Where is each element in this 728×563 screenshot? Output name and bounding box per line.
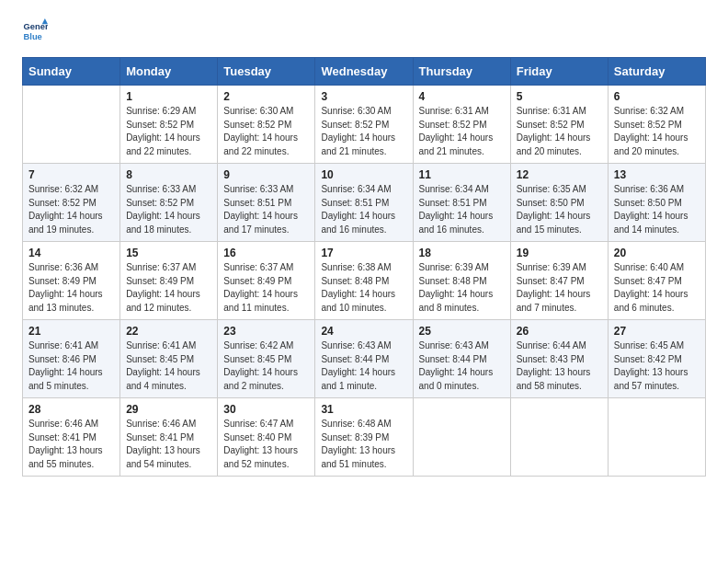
- calendar-cell: 20Sunrise: 6:40 AM Sunset: 8:47 PM Dayli…: [608, 242, 705, 320]
- calendar-week-1: 1Sunrise: 6:29 AM Sunset: 8:52 PM Daylig…: [23, 86, 706, 164]
- calendar-cell: 10Sunrise: 6:34 AM Sunset: 8:51 PM Dayli…: [315, 164, 413, 242]
- day-number: 23: [223, 325, 309, 338]
- calendar-cell: 12Sunrise: 6:35 AM Sunset: 8:50 PM Dayli…: [510, 164, 608, 242]
- day-number: 26: [517, 325, 602, 338]
- calendar-cell: 22Sunrise: 6:41 AM Sunset: 8:45 PM Dayli…: [120, 320, 218, 398]
- day-number: 5: [517, 90, 602, 103]
- col-header-monday: Monday: [120, 58, 218, 86]
- day-info: Sunrise: 6:29 AM Sunset: 8:52 PM Dayligh…: [126, 105, 211, 158]
- day-info: Sunrise: 6:46 AM Sunset: 8:41 PM Dayligh…: [126, 418, 211, 471]
- calendar-cell: 17Sunrise: 6:38 AM Sunset: 8:48 PM Dayli…: [315, 242, 413, 320]
- day-number: 10: [321, 168, 406, 181]
- calendar-cell: 9Sunrise: 6:33 AM Sunset: 8:51 PM Daylig…: [218, 164, 315, 242]
- calendar-cell: 14Sunrise: 6:36 AM Sunset: 8:49 PM Dayli…: [23, 242, 120, 320]
- calendar-week-4: 21Sunrise: 6:41 AM Sunset: 8:46 PM Dayli…: [23, 320, 706, 398]
- calendar-cell: 15Sunrise: 6:37 AM Sunset: 8:49 PM Dayli…: [120, 242, 218, 320]
- day-number: 7: [28, 168, 114, 181]
- day-info: Sunrise: 6:32 AM Sunset: 8:52 PM Dayligh…: [614, 105, 700, 158]
- day-number: 14: [28, 247, 114, 259]
- col-header-wednesday: Wednesday: [315, 58, 413, 86]
- calendar-cell: 30Sunrise: 6:47 AM Sunset: 8:40 PM Dayli…: [218, 398, 315, 477]
- calendar-cell: 19Sunrise: 6:39 AM Sunset: 8:47 PM Dayli…: [510, 242, 608, 320]
- calendar-cell: 26Sunrise: 6:44 AM Sunset: 8:43 PM Dayli…: [510, 320, 608, 398]
- logo: General Blue: [22, 18, 51, 44]
- day-info: Sunrise: 6:45 AM Sunset: 8:42 PM Dayligh…: [614, 339, 700, 393]
- day-number: 16: [223, 247, 309, 259]
- day-number: 9: [223, 168, 309, 181]
- day-info: Sunrise: 6:34 AM Sunset: 8:51 PM Dayligh…: [419, 183, 505, 236]
- day-info: Sunrise: 6:42 AM Sunset: 8:45 PM Dayligh…: [223, 339, 309, 393]
- day-info: Sunrise: 6:31 AM Sunset: 8:52 PM Dayligh…: [419, 105, 505, 158]
- day-info: Sunrise: 6:46 AM Sunset: 8:41 PM Dayligh…: [28, 418, 114, 471]
- calendar-week-5: 28Sunrise: 6:46 AM Sunset: 8:41 PM Dayli…: [23, 398, 706, 477]
- day-info: Sunrise: 6:41 AM Sunset: 8:45 PM Dayligh…: [126, 339, 211, 393]
- day-info: Sunrise: 6:33 AM Sunset: 8:52 PM Dayligh…: [126, 183, 211, 236]
- day-number: 4: [419, 90, 505, 103]
- calendar-cell: [413, 398, 510, 477]
- calendar-cell: 25Sunrise: 6:43 AM Sunset: 8:44 PM Dayli…: [413, 320, 510, 398]
- day-info: Sunrise: 6:36 AM Sunset: 8:49 PM Dayligh…: [28, 261, 114, 315]
- svg-text:Blue: Blue: [24, 32, 42, 41]
- day-number: 19: [517, 247, 602, 259]
- day-number: 13: [614, 168, 700, 181]
- day-info: Sunrise: 6:35 AM Sunset: 8:50 PM Dayligh…: [517, 183, 602, 236]
- day-number: 11: [419, 168, 505, 181]
- day-info: Sunrise: 6:39 AM Sunset: 8:48 PM Dayligh…: [419, 261, 505, 315]
- calendar-cell: 27Sunrise: 6:45 AM Sunset: 8:42 PM Dayli…: [608, 320, 705, 398]
- calendar-cell: 4Sunrise: 6:31 AM Sunset: 8:52 PM Daylig…: [413, 86, 510, 164]
- day-number: 28: [28, 403, 114, 416]
- day-info: Sunrise: 6:30 AM Sunset: 8:52 PM Dayligh…: [223, 105, 309, 158]
- calendar-cell: 13Sunrise: 6:36 AM Sunset: 8:50 PM Dayli…: [608, 164, 705, 242]
- calendar-cell: 7Sunrise: 6:32 AM Sunset: 8:52 PM Daylig…: [23, 164, 120, 242]
- day-info: Sunrise: 6:34 AM Sunset: 8:51 PM Dayligh…: [321, 183, 406, 236]
- day-info: Sunrise: 6:43 AM Sunset: 8:44 PM Dayligh…: [419, 339, 505, 393]
- header-row: SundayMondayTuesdayWednesdayThursdayFrid…: [23, 58, 706, 86]
- calendar-cell: 11Sunrise: 6:34 AM Sunset: 8:51 PM Dayli…: [413, 164, 510, 242]
- day-info: Sunrise: 6:33 AM Sunset: 8:51 PM Dayligh…: [223, 183, 309, 236]
- day-number: 29: [126, 403, 211, 416]
- col-header-sunday: Sunday: [23, 58, 120, 86]
- day-number: 8: [126, 168, 211, 181]
- day-info: Sunrise: 6:30 AM Sunset: 8:52 PM Dayligh…: [321, 105, 406, 158]
- calendar-cell: 16Sunrise: 6:37 AM Sunset: 8:49 PM Dayli…: [218, 242, 315, 320]
- day-info: Sunrise: 6:43 AM Sunset: 8:44 PM Dayligh…: [321, 339, 406, 393]
- day-number: 24: [321, 325, 406, 338]
- day-info: Sunrise: 6:40 AM Sunset: 8:47 PM Dayligh…: [614, 261, 700, 315]
- col-header-tuesday: Tuesday: [218, 58, 315, 86]
- calendar-week-2: 7Sunrise: 6:32 AM Sunset: 8:52 PM Daylig…: [23, 164, 706, 242]
- day-number: 31: [321, 403, 406, 416]
- day-number: 3: [321, 90, 406, 103]
- calendar-cell: 21Sunrise: 6:41 AM Sunset: 8:46 PM Dayli…: [23, 320, 120, 398]
- calendar-cell: 18Sunrise: 6:39 AM Sunset: 8:48 PM Dayli…: [413, 242, 510, 320]
- day-number: 6: [614, 90, 700, 103]
- calendar-cell: 29Sunrise: 6:46 AM Sunset: 8:41 PM Dayli…: [120, 398, 218, 477]
- day-number: 18: [419, 247, 505, 259]
- day-number: 20: [614, 247, 700, 259]
- day-info: Sunrise: 6:37 AM Sunset: 8:49 PM Dayligh…: [223, 261, 309, 315]
- day-number: 22: [126, 325, 211, 338]
- calendar-cell: [510, 398, 608, 477]
- col-header-friday: Friday: [510, 58, 608, 86]
- header: General Blue: [22, 18, 706, 44]
- calendar-cell: 31Sunrise: 6:48 AM Sunset: 8:39 PM Dayli…: [315, 398, 413, 477]
- calendar-cell: 2Sunrise: 6:30 AM Sunset: 8:52 PM Daylig…: [218, 86, 315, 164]
- day-info: Sunrise: 6:38 AM Sunset: 8:48 PM Dayligh…: [321, 261, 406, 315]
- day-info: Sunrise: 6:31 AM Sunset: 8:52 PM Dayligh…: [517, 105, 602, 158]
- day-number: 1: [126, 90, 211, 103]
- day-number: 30: [223, 403, 309, 416]
- day-info: Sunrise: 6:44 AM Sunset: 8:43 PM Dayligh…: [517, 339, 602, 393]
- calendar-cell: [23, 86, 120, 164]
- day-number: 17: [321, 247, 406, 259]
- calendar-cell: 24Sunrise: 6:43 AM Sunset: 8:44 PM Dayli…: [315, 320, 413, 398]
- calendar-cell: 1Sunrise: 6:29 AM Sunset: 8:52 PM Daylig…: [120, 86, 218, 164]
- calendar-cell: 6Sunrise: 6:32 AM Sunset: 8:52 PM Daylig…: [608, 86, 705, 164]
- day-number: 25: [419, 325, 505, 338]
- col-header-saturday: Saturday: [608, 58, 705, 86]
- day-number: 27: [614, 325, 700, 338]
- col-header-thursday: Thursday: [413, 58, 510, 86]
- day-info: Sunrise: 6:36 AM Sunset: 8:50 PM Dayligh…: [614, 183, 700, 236]
- calendar-week-3: 14Sunrise: 6:36 AM Sunset: 8:49 PM Dayli…: [23, 242, 706, 320]
- day-number: 12: [517, 168, 602, 181]
- day-info: Sunrise: 6:47 AM Sunset: 8:40 PM Dayligh…: [223, 418, 309, 471]
- calendar-cell: 23Sunrise: 6:42 AM Sunset: 8:45 PM Dayli…: [218, 320, 315, 398]
